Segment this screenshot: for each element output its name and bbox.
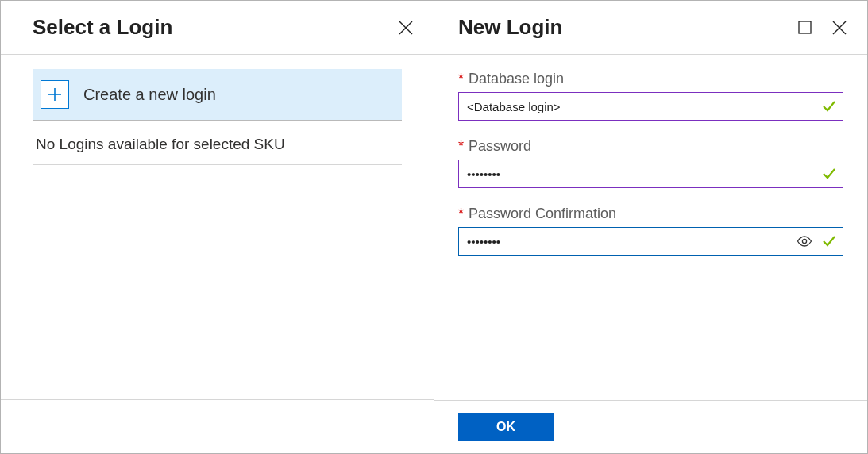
password-label: * Password [458,138,843,155]
database-login-input[interactable] [459,93,816,120]
select-login-title: Select a Login [33,15,172,40]
create-login-label: Create a new login [83,86,216,104]
check-icon [816,99,843,114]
password-input[interactable] [459,160,816,187]
ok-button[interactable]: OK [458,413,554,441]
required-icon: * [458,71,464,87]
new-login-footer: OK [434,400,867,453]
create-new-login-item[interactable]: Create a new login [33,69,402,121]
close-icon[interactable] [397,19,415,37]
required-icon: * [458,138,464,155]
password-confirm-input-wrap [458,227,843,256]
check-icon [816,167,843,181]
eye-icon[interactable] [793,236,816,247]
select-login-header: Select a Login [1,1,434,55]
maximize-icon[interactable] [796,19,813,37]
required-icon: * [458,206,464,222]
password-field-group: * Password [458,138,843,188]
check-icon [816,234,843,248]
password-confirm-field-group: * Password Confirmation [458,206,843,256]
close-icon[interactable] [831,19,848,37]
no-logins-message: No Logins available for selected SKU [33,121,402,165]
password-confirm-input[interactable] [459,228,793,255]
select-login-panel: Select a Login Create a new login No Log… [1,1,434,453]
plus-icon [41,80,69,109]
new-login-title: New Login [458,15,562,40]
left-footer [1,399,434,453]
password-input-wrap [458,160,843,188]
database-login-input-wrap [458,92,843,121]
password-confirm-label: * Password Confirmation [458,206,843,222]
svg-rect-4 [799,21,811,33]
database-login-field-group: * Database login [458,71,843,121]
new-login-panel: New Login * Database login [434,1,867,453]
new-login-header: New Login [434,1,867,55]
database-login-label: * Database login [458,71,843,87]
svg-point-7 [802,239,806,243]
